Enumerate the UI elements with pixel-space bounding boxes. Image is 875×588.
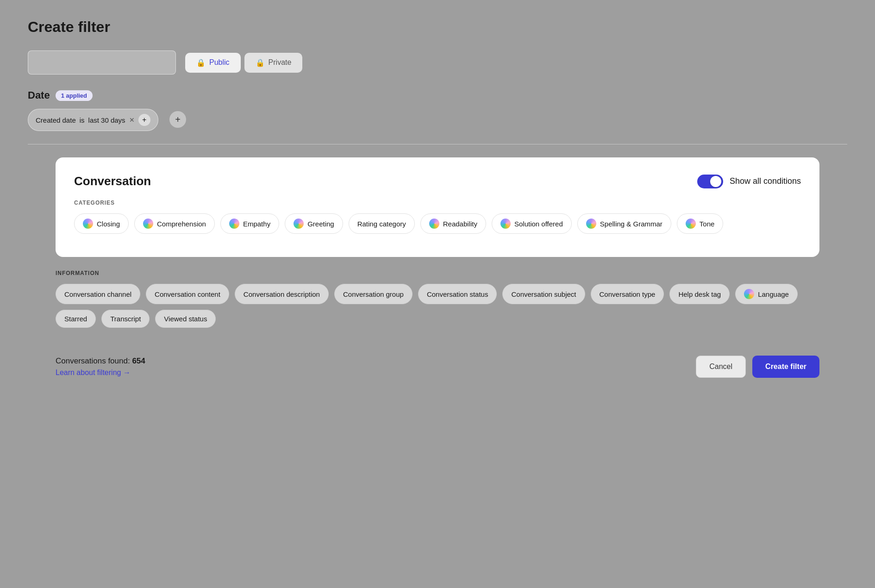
info-label-conv-group: Conversation group — [343, 290, 404, 298]
category-tag-closing[interactable]: Closing — [74, 213, 129, 234]
lock-icon: 🔒 — [196, 58, 206, 67]
info-label-language: Language — [758, 290, 789, 298]
toggle-label: Show all conditions — [730, 176, 801, 186]
chip-close-icon[interactable]: ✕ — [129, 116, 135, 124]
conversations-count: 654 — [132, 357, 145, 365]
applied-badge: 1 applied — [56, 90, 93, 101]
divider — [28, 144, 847, 144]
visibility-buttons: 🔒 Public 🔒 Private — [185, 53, 302, 73]
info-label-help-desk-tag: Help desk tag — [678, 290, 721, 298]
chip-is: is — [80, 116, 85, 124]
info-tag-conv-description[interactable]: Conversation description — [235, 284, 329, 304]
info-label-viewed-status: Viewed status — [164, 315, 207, 323]
category-label-tone: Tone — [700, 220, 715, 228]
info-label-transcript: Transcript — [110, 315, 141, 323]
category-label-spelling-grammar: Spelling & Grammar — [600, 220, 662, 228]
info-tag-conv-subject[interactable]: Conversation subject — [502, 284, 585, 304]
date-label: Date — [28, 89, 50, 101]
info-tag-conv-content[interactable]: Conversation content — [146, 284, 229, 304]
filter-name-input[interactable] — [28, 50, 176, 75]
category-label-readability: Readability — [443, 220, 477, 228]
category-icon-empathy — [229, 219, 239, 229]
category-icon-spelling-grammar — [586, 219, 596, 229]
private-label: Private — [269, 58, 292, 67]
filter-name-row: 🔒 Public 🔒 Private — [28, 50, 847, 75]
chip-text: Created date — [36, 116, 76, 124]
learn-link[interactable]: Learn about filtering → — [56, 369, 145, 377]
category-icon-solution-offered — [500, 219, 511, 229]
category-tag-spelling-grammar[interactable]: Spelling & Grammar — [577, 213, 671, 234]
info-icon-language — [744, 289, 754, 299]
conversations-found-label: Conversations found: — [56, 357, 130, 365]
cancel-button[interactable]: Cancel — [696, 356, 746, 378]
info-tag-language[interactable]: Language — [735, 284, 798, 304]
conversation-modal: Conversation Show all conditions CATEGOR… — [56, 157, 819, 257]
categories-label: CATEGORIES — [74, 200, 801, 206]
public-button[interactable]: 🔒 Public — [185, 53, 241, 73]
show-all-toggle[interactable] — [697, 175, 723, 188]
info-label-conv-status: Conversation status — [427, 290, 488, 298]
category-label-solution-offered: Solution offered — [514, 220, 563, 228]
category-label-comprehension: Comprehension — [157, 220, 206, 228]
info-tag-viewed-status[interactable]: Viewed status — [155, 310, 216, 328]
category-tag-readability[interactable]: Readability — [420, 213, 486, 234]
date-section: Date 1 applied Created date is last 30 d… — [28, 89, 847, 131]
category-label-rating-category: Rating category — [357, 220, 406, 228]
chip-plus-icon[interactable]: + — [138, 114, 150, 126]
footer-bar: Conversations found: 654 Learn about fil… — [28, 343, 847, 391]
category-icon-tone — [686, 219, 696, 229]
info-label-conv-subject: Conversation subject — [511, 290, 576, 298]
info-tag-starred[interactable]: Starred — [56, 310, 96, 328]
category-tag-rating-category[interactable]: Rating category — [349, 213, 415, 234]
info-label-starred: Starred — [64, 315, 87, 323]
footer-left: Conversations found: 654 Learn about fil… — [56, 357, 145, 377]
private-button[interactable]: 🔒 Private — [244, 53, 303, 73]
category-label-closing: Closing — [97, 220, 120, 228]
page-title: Create filter — [28, 19, 847, 36]
information-label: INFORMATION — [56, 270, 819, 276]
toggle-area: Show all conditions — [697, 175, 801, 188]
toggle-thumb — [710, 176, 721, 187]
info-tags-row: Conversation channelConversation content… — [56, 284, 819, 328]
info-tag-conv-group[interactable]: Conversation group — [334, 284, 412, 304]
category-tag-solution-offered[interactable]: Solution offered — [492, 213, 572, 234]
chip-value: last 30 days — [88, 116, 125, 124]
lock-icon-private: 🔒 — [256, 58, 265, 67]
footer-right: Cancel Create filter — [696, 356, 819, 378]
date-header: Date 1 applied — [28, 89, 847, 101]
category-tag-tone[interactable]: Tone — [677, 213, 724, 234]
info-tag-conv-type[interactable]: Conversation type — [591, 284, 664, 304]
info-label-conv-content: Conversation content — [155, 290, 220, 298]
category-icon-comprehension — [143, 219, 153, 229]
info-label-conv-description: Conversation description — [244, 290, 320, 298]
modal-title: Conversation — [74, 174, 151, 188]
category-icon-readability — [429, 219, 439, 229]
categories-tags-row: ClosingComprehensionEmpathyGreetingRatin… — [74, 213, 801, 234]
info-tag-help-desk-tag[interactable]: Help desk tag — [669, 284, 730, 304]
info-label-conv-channel: Conversation channel — [64, 290, 131, 298]
information-section: INFORMATION Conversation channelConversa… — [28, 270, 847, 328]
category-label-empathy: Empathy — [243, 220, 270, 228]
date-filter-row: Created date is last 30 days ✕ + + — [28, 109, 847, 131]
public-label: Public — [209, 58, 230, 67]
category-tag-greeting[interactable]: Greeting — [285, 213, 343, 234]
create-filter-button[interactable]: Create filter — [752, 356, 819, 378]
category-icon-greeting — [294, 219, 304, 229]
category-tag-comprehension[interactable]: Comprehension — [134, 213, 215, 234]
info-tag-conv-status[interactable]: Conversation status — [418, 284, 497, 304]
date-chip[interactable]: Created date is last 30 days ✕ + — [28, 109, 158, 131]
info-tag-transcript[interactable]: Transcript — [101, 310, 150, 328]
info-tag-conv-channel[interactable]: Conversation channel — [56, 284, 140, 304]
info-label-conv-type: Conversation type — [600, 290, 656, 298]
category-tag-empathy[interactable]: Empathy — [220, 213, 279, 234]
category-icon-closing — [83, 219, 93, 229]
conversations-found: Conversations found: 654 — [56, 357, 145, 366]
modal-header: Conversation Show all conditions — [74, 174, 801, 188]
category-label-greeting: Greeting — [307, 220, 334, 228]
add-filter-button[interactable]: + — [169, 111, 186, 128]
